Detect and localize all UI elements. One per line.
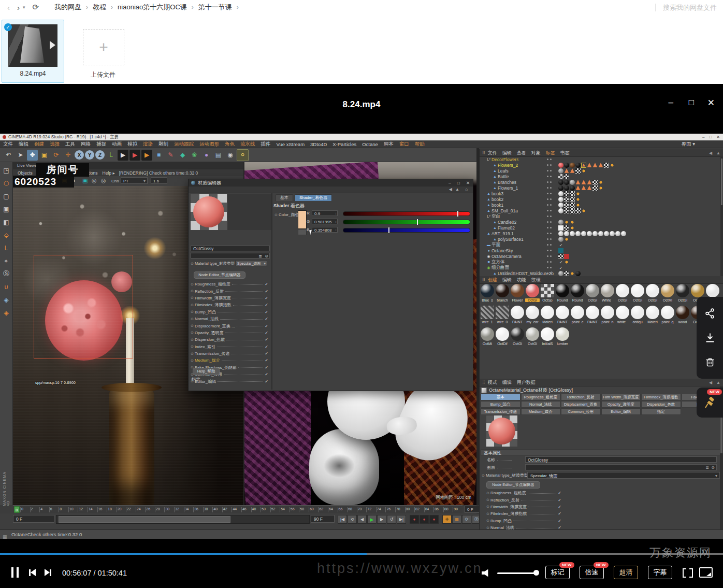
file-card[interactable]: ✓ 8.24.mp4	[2, 20, 64, 83]
channel-checkbox[interactable]: ✓	[265, 303, 268, 307]
object-tag-chip[interactable]	[575, 185, 581, 191]
visibility-dots[interactable]	[547, 238, 552, 240]
next-button[interactable]	[45, 569, 51, 576]
object-tag-chip[interactable]	[558, 203, 563, 208]
object-tag-chip[interactable]	[558, 225, 563, 231]
c4d-menu-item[interactable]: 选择	[50, 141, 60, 148]
material-preview[interactable]	[191, 194, 227, 230]
object-tag-chip[interactable]	[610, 163, 615, 168]
attribute-tab[interactable]: 指定	[641, 408, 681, 415]
material-thumb[interactable]	[526, 284, 539, 297]
object-tag-chip[interactable]	[598, 185, 603, 191]
material-swatch[interactable]: Materi	[540, 305, 555, 327]
panel-nav-icon[interactable]: ◀	[709, 151, 712, 155]
object-tree-row[interactable]: Leafs	[480, 168, 723, 174]
c4d-toolbar-icon[interactable]: ↶	[3, 150, 14, 161]
object-tag-chip[interactable]	[581, 180, 586, 185]
material-bin-menu-item[interactable]: 功能	[517, 277, 526, 283]
material-thumb[interactable]	[616, 306, 629, 319]
object-name[interactable]: OctaneSky	[491, 248, 513, 253]
channel-checkbox[interactable]: ✓	[558, 498, 561, 503]
channel-checkbox[interactable]: ✓	[265, 296, 268, 300]
object-tag-chip[interactable]	[564, 260, 569, 265]
object-tag-chip[interactable]	[575, 191, 581, 196]
object-tree-row[interactable]: Bottle	[480, 174, 723, 179]
object-tag-chip[interactable]	[570, 203, 575, 208]
material-channel-row[interactable]: ⊙ Transmission_传递 ✓	[191, 350, 268, 357]
channel-checkbox[interactable]: ✓	[265, 351, 268, 356]
timeline-cursor[interactable]: 0	[14, 506, 20, 513]
c4d-toolbar-icon[interactable]: ⚪	[237, 149, 249, 161]
material-swatch[interactable]: paint_c	[570, 305, 585, 327]
channel-checkbox[interactable]: ✓	[265, 331, 268, 335]
grip-icon[interactable]: ⠿	[482, 380, 485, 385]
grip-icon[interactable]: ⠿	[482, 151, 485, 155]
channel-checkbox[interactable]: ✓	[558, 511, 561, 516]
object-type-icon[interactable]	[492, 169, 498, 173]
object-name[interactable]: 平面	[491, 242, 500, 248]
material-thumb[interactable]	[511, 284, 524, 297]
channel-checkbox[interactable]: ✓	[265, 289, 268, 294]
video-thumbnail[interactable]	[8, 24, 57, 67]
object-tag-chip[interactable]	[598, 231, 603, 236]
object-tag-chip[interactable]	[558, 191, 563, 196]
object-tag-chip[interactable]	[570, 197, 575, 202]
attribute-channel-row[interactable]: ⊙ Normal_法线 ✓	[486, 524, 561, 529]
object-tag-chip[interactable]	[570, 208, 575, 213]
visibility-dots[interactable]	[547, 261, 552, 263]
transport-button[interactable]: ▦	[452, 515, 461, 524]
material-thumb[interactable]	[511, 327, 524, 341]
share-icon[interactable]	[704, 308, 716, 319]
object-tag-chip[interactable]	[592, 163, 598, 168]
object-type-icon[interactable]	[492, 220, 498, 224]
material-swatch[interactable]: wood	[675, 305, 690, 327]
volume-knob[interactable]	[533, 570, 539, 576]
subtitle-button[interactable]: 字幕	[648, 566, 672, 579]
c4d-mode-icon[interactable]: ▣	[2, 204, 11, 214]
maximize-button[interactable]: □	[689, 97, 694, 108]
object-tag-chip[interactable]	[564, 168, 569, 174]
material-swatch[interactable]: OctGl	[675, 283, 690, 305]
attribute-tab[interactable]: Displacement_置换	[561, 401, 601, 408]
object-name[interactable]: Bottle	[498, 174, 509, 179]
object-tag-chip[interactable]	[558, 231, 563, 236]
object-name[interactable]: ART_919.1	[491, 231, 514, 236]
object-tag-chip[interactable]	[604, 163, 609, 168]
progress-played[interactable]	[0, 553, 367, 555]
object-type-icon[interactable]	[486, 157, 491, 161]
object-tag-chip[interactable]	[570, 271, 575, 276]
visibility-dots[interactable]	[547, 176, 552, 177]
object-tree-row[interactable]: SM_Doll_01a	[480, 208, 723, 213]
c4d-menu-item[interactable]: 捕捉	[96, 141, 106, 148]
c4d-toolbar-icon[interactable]: Z	[95, 150, 105, 160]
c4d-mode-icon[interactable]: ◧	[2, 217, 11, 227]
c4d-window-control[interactable]: ✕	[716, 134, 720, 140]
object-type-icon[interactable]	[486, 209, 491, 212]
material-swatch[interactable]: InitialS	[540, 327, 555, 349]
channel-checkbox[interactable]: ✓	[558, 491, 561, 495]
object-tag-chip[interactable]	[558, 185, 563, 191]
object-tag-chip[interactable]	[581, 185, 586, 191]
object-tree-row[interactable]: Flowers_2	[480, 162, 723, 168]
object-tree-row[interactable]: book3	[480, 191, 723, 196]
breadcrumb-item[interactable]: 我的网盘	[54, 3, 88, 12]
object-type-icon[interactable]	[492, 175, 498, 178]
object-tag-chip[interactable]	[570, 231, 575, 236]
pin-button[interactable]: NEW	[697, 388, 723, 418]
material-thumb[interactable]	[511, 306, 524, 319]
grip-icon[interactable]: ⠿	[482, 278, 485, 282]
object-tag-chip[interactable]	[581, 231, 586, 236]
material-swatch[interactable]: my_car	[525, 305, 540, 327]
attribute-tab[interactable]: Medium_媒介	[521, 408, 561, 415]
c4d-toolbar-icon[interactable]: ■	[153, 150, 164, 161]
object-tree-row[interactable]: 立方体	[480, 259, 723, 265]
object-tag-chip[interactable]	[570, 168, 575, 174]
c4d-menu-item[interactable]: 雕刻	[158, 141, 168, 148]
object-tree-row[interactable]: UntitledSHDST_Waldoure2b	[480, 270, 723, 276]
panel-nav-icon[interactable]: ▲	[716, 151, 720, 155]
c4d-mode-icon[interactable]: L	[2, 243, 11, 253]
object-type-icon[interactable]	[486, 203, 491, 207]
material-thumb[interactable]	[481, 327, 494, 341]
visibility-dots[interactable]	[547, 233, 552, 234]
back-icon[interactable]: ‹	[7, 3, 10, 12]
